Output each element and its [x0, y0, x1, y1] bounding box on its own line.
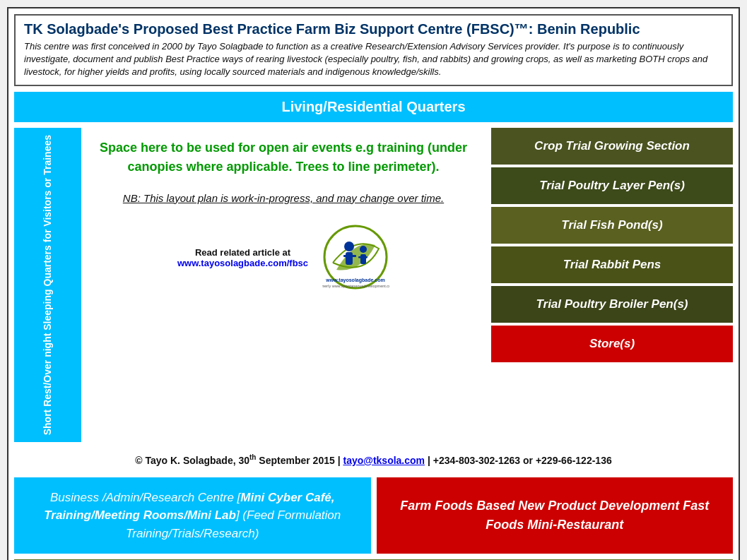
- right-sidebar: Crop Trial Growing Section Trial Poultry…: [486, 128, 733, 442]
- left-sidebar: Short Rest/Over night Sleeping Quarters …: [14, 128, 81, 442]
- svg-rect-7: [358, 256, 362, 258]
- svg-text:www.tayosolagbade.com: www.tayosolagbade.com: [325, 278, 384, 283]
- copyright-text1: © Tayo K. Solagbade, 30: [135, 455, 249, 466]
- copyright-text3: | +234-803-302-1263 or +229-66-122-136: [425, 455, 612, 466]
- sidebar-vertical-text: Short Rest/Over night Sleeping Quarters …: [41, 128, 54, 442]
- svg-point-5: [360, 246, 367, 253]
- bottom-row: Business /Admin/Research Centre [Mini Cy…: [14, 477, 733, 554]
- svg-point-1: [344, 242, 354, 251]
- living-quarters-banner: Living/Residential Quarters: [14, 92, 733, 122]
- center-content: Space here to be used for open air event…: [81, 128, 486, 442]
- right-item-poultry-layer: Trial Poultry Layer Pen(s): [491, 167, 733, 204]
- header-title: TK Solagbade's Proposed Best Practice Fa…: [24, 21, 723, 37]
- svg-rect-3: [343, 255, 348, 257]
- website-link[interactable]: www.tayosolagbade.com/fbsc: [177, 258, 308, 268]
- right-item-poultry-broiler: Trial Poultry Broiler Pen(s): [491, 286, 733, 323]
- bottom-left-box: Business /Admin/Research Centre [Mini Cy…: [14, 477, 371, 554]
- logo-area: www.tayosolagbade.com formerly www.spont…: [322, 224, 389, 291]
- copyright-email[interactable]: tayo@tksola.com: [343, 455, 425, 466]
- right-item-crop-trial: Crop Trial Growing Section: [491, 128, 733, 165]
- main-wrapper: TK Solagbade's Proposed Best Practice Fa…: [7, 7, 740, 560]
- center-note: NB: This layout plan is work-in-progress…: [123, 191, 444, 207]
- center-main-text: Space here to be used for open air event…: [95, 138, 471, 177]
- bottom-right-text: Farm Foods Based New Product Development…: [391, 496, 719, 535]
- read-article: Read related article at www.tayosolagbad…: [177, 247, 308, 268]
- svg-text:formerly www.spontaneousdevelo: formerly www.spontaneousdevelopment.com: [322, 284, 389, 288]
- bottom-left-text: Business /Admin/Research Centre [Mini Cy…: [28, 489, 357, 543]
- middle-section: Short Rest/Over night Sleeping Quarters …: [14, 128, 733, 442]
- copyright-text2: September 2015 |: [256, 455, 343, 466]
- copyright-line: © Tayo K. Solagbade, 30th September 2015…: [14, 448, 733, 472]
- center-bottom: Read related article at www.tayosolagbad…: [177, 224, 389, 291]
- header-box: TK Solagbade's Proposed Best Practice Fa…: [14, 14, 733, 86]
- right-item-rabbit-pens: Trial Rabbit Pens: [491, 246, 733, 283]
- svg-rect-8: [364, 256, 367, 258]
- svg-rect-4: [351, 255, 356, 257]
- header-description: This centre was first conceived in 2000 …: [24, 40, 723, 79]
- svg-rect-2: [346, 252, 353, 265]
- right-item-fish-pond: Trial Fish Pond(s): [491, 207, 733, 244]
- right-item-store: Store(s): [491, 326, 733, 362]
- company-logo: www.tayosolagbade.com formerly www.spont…: [322, 224, 389, 291]
- bottom-right-box: Farm Foods Based New Product Development…: [377, 477, 734, 554]
- svg-rect-6: [360, 254, 366, 264]
